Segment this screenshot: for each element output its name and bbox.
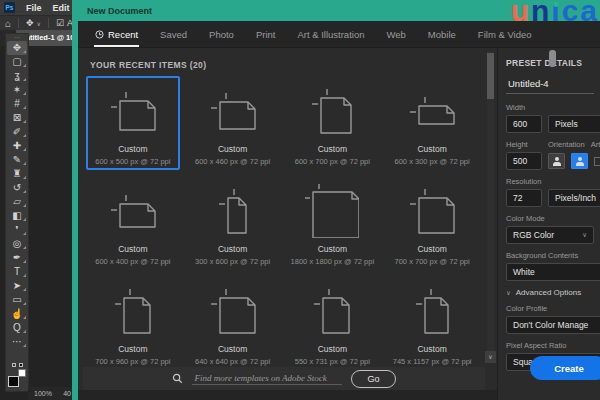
go-button[interactable]: Go	[351, 370, 395, 388]
grid-scrollbar-thumb[interactable]	[487, 53, 494, 99]
logo-letter-n: n	[531, 0, 551, 29]
marquee-tool[interactable]: ▢	[7, 55, 27, 69]
menu-edit[interactable]: Edit	[53, 3, 70, 13]
tab-saved[interactable]: Saved	[149, 21, 198, 47]
template-item[interactable]: Custom700 x 700 px @ 72 ppi	[385, 176, 479, 270]
photoshop-toolbar: ⋯ ✥▢ʓ✶#⊠✐✚✎♜↺▱◧❜◎✒T➤▭☝Q⋯	[5, 33, 29, 392]
auto-select-checkbox[interactable]: ☑	[56, 18, 64, 28]
height-label: Height	[506, 140, 542, 149]
template-item[interactable]: Custom600 x 500 px @ 72 ppi	[86, 76, 180, 170]
template-size: 600 x 460 px @ 72 ppi	[195, 157, 270, 166]
document-name-field[interactable]: Untitled-4	[506, 75, 594, 94]
move-tool[interactable]: ✥	[7, 41, 27, 55]
move-tool-icon[interactable]: ✥	[26, 18, 34, 28]
height-input[interactable]: 500	[506, 152, 542, 170]
shape-tool[interactable]: ▭	[7, 293, 27, 307]
template-size: 700 x 700 px @ 72 ppi	[395, 257, 470, 266]
template-size: 745 x 1157 px @ 72 ppi	[393, 357, 472, 366]
template-size: 300 x 600 px @ 72 ppi	[195, 257, 270, 266]
template-item[interactable]: Custom640 x 640 px @ 72 ppi	[186, 276, 280, 370]
path-select-tool[interactable]: ➤	[7, 279, 27, 293]
template-item[interactable]: Custom745 x 1157 px @ 72 ppi	[385, 276, 479, 370]
scroll-down-button[interactable]: ∨	[485, 351, 496, 363]
toolbar-grip[interactable]: ⋯	[14, 34, 20, 41]
width-input[interactable]: 600	[506, 115, 542, 133]
search-input[interactable]	[192, 372, 342, 385]
more-tools[interactable]: ⋯	[7, 335, 27, 349]
color-mode-label: Color Mode	[506, 214, 600, 223]
eyedropper-tool[interactable]: ✐	[7, 125, 27, 139]
crop-tool[interactable]: #	[7, 97, 27, 111]
zoom-tool[interactable]: Q	[7, 321, 27, 335]
separator	[18, 18, 19, 28]
artboards-label: Art	[591, 140, 600, 149]
color-mode-dropdown[interactable]: RGB Color ∨	[506, 226, 594, 244]
menu-file[interactable]: File	[26, 3, 42, 13]
template-size: 700 x 960 px @ 72 ppi	[95, 357, 170, 366]
recent-items-grid: Custom600 x 500 px @ 72 ppiCustom600 x 4…	[86, 76, 479, 370]
frame-tool[interactable]: ⊠	[7, 111, 27, 125]
orientation-landscape-button[interactable]	[571, 153, 588, 169]
resolution-input[interactable]: 72	[506, 189, 542, 207]
template-item[interactable]: Custom600 x 460 px @ 72 ppi	[186, 76, 280, 170]
foreground-color-swatch[interactable]	[8, 376, 19, 387]
advanced-options-toggle[interactable]: ∨ Advanced Options	[506, 288, 600, 297]
home-icon[interactable]: ⌂	[5, 18, 11, 29]
tab-mobile[interactable]: Mobile	[417, 21, 467, 47]
logo-letter-i: ı	[551, 0, 561, 29]
magic-wand-tool[interactable]: ✶	[7, 83, 27, 97]
lasso-tool[interactable]: ʓ	[7, 69, 27, 83]
template-item[interactable]: Custom300 x 600 px @ 72 ppi	[186, 176, 280, 270]
gradient-tool[interactable]: ◧	[7, 209, 27, 223]
bottom-strip	[78, 390, 497, 400]
scrollbar-thumb[interactable]	[549, 50, 556, 67]
color-profile-dropdown[interactable]: Don't Color Manage	[506, 316, 600, 334]
resolution-unit-dropdown[interactable]: Pixels/Inch	[548, 189, 600, 207]
brush-tool[interactable]: ✎	[7, 153, 27, 167]
create-button[interactable]: Create	[530, 356, 600, 380]
tab-label: Art & Illustration	[297, 29, 364, 40]
search-icon	[172, 373, 183, 384]
default-swatches-icon[interactable]	[12, 363, 23, 367]
width-unit-dropdown[interactable]: Pixels	[548, 115, 600, 133]
template-item[interactable]: Custom600 x 700 px @ 72 ppi	[286, 76, 380, 170]
blur-tool[interactable]: ❜	[7, 223, 27, 237]
document-icon	[305, 180, 359, 242]
template-item[interactable]: Custom600 x 400 px @ 72 ppi	[86, 176, 180, 270]
template-item[interactable]: Custom550 x 731 px @ 72 ppi	[286, 276, 380, 370]
tab-print[interactable]: Print	[245, 21, 287, 47]
unica-logo: unıca	[511, 0, 599, 29]
tab-label: Print	[256, 29, 276, 40]
artboards-checkbox[interactable]	[594, 157, 600, 166]
color-swatches[interactable]	[8, 369, 26, 387]
background-contents-dropdown[interactable]: White	[506, 263, 600, 281]
document-icon	[405, 180, 459, 242]
logo-letter-a: a	[580, 0, 599, 29]
chevron-down-icon[interactable]: ∨	[37, 20, 41, 27]
template-name: Custom	[118, 344, 147, 354]
template-item[interactable]: Custom700 x 960 px @ 72 ppi	[86, 276, 180, 370]
template-size: 640 x 640 px @ 72 ppi	[195, 357, 270, 366]
tab-photo[interactable]: Photo	[198, 21, 245, 47]
tab-recent[interactable]: Recent	[84, 21, 149, 47]
tab-web[interactable]: Web	[375, 21, 416, 47]
dodge-tool[interactable]: ◎	[7, 237, 27, 251]
hand-tool[interactable]: ☝	[7, 307, 27, 321]
tab-art-illustration[interactable]: Art & Illustration	[286, 21, 375, 47]
orientation-portrait-button[interactable]	[548, 153, 565, 169]
template-size: 1800 x 1800 px @ 72 ppi	[291, 257, 375, 266]
zoom-level[interactable]: 100%	[34, 390, 52, 397]
tab-label: Web	[386, 29, 405, 40]
clone-stamp-tool[interactable]: ♜	[7, 167, 27, 181]
document-icon	[206, 180, 260, 242]
tab-label: Saved	[160, 29, 187, 40]
healing-brush-tool[interactable]: ✚	[7, 139, 27, 153]
eraser-tool[interactable]: ▱	[7, 195, 27, 209]
template-item[interactable]: Custom1800 x 1800 px @ 72 ppi	[286, 176, 380, 270]
type-tool[interactable]: T	[7, 265, 27, 279]
pen-tool[interactable]: ✒	[7, 251, 27, 265]
background-color-swatch[interactable]	[18, 369, 26, 377]
status-bar: 100% 40	[28, 387, 72, 400]
history-brush-tool[interactable]: ↺	[7, 181, 27, 195]
template-item[interactable]: Custom600 x 300 px @ 72 ppi	[385, 76, 479, 170]
